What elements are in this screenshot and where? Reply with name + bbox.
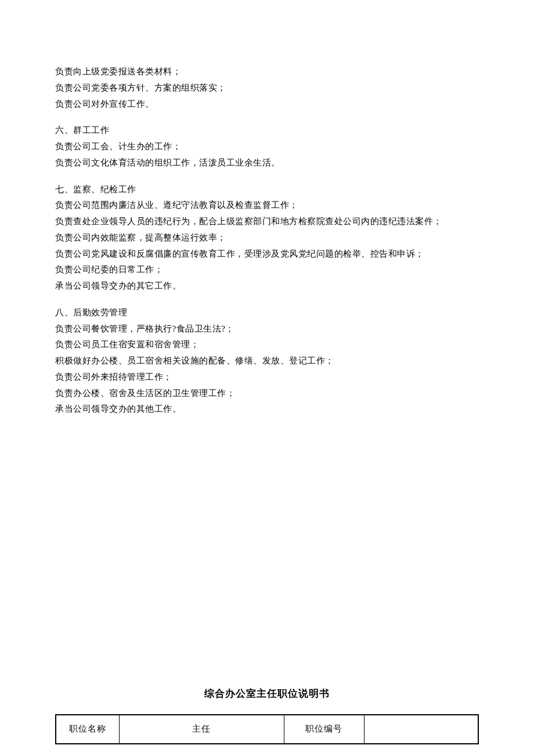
- text-line: 承当公司领导交办的其它工作。: [55, 278, 479, 294]
- job-table: 职位名称 主任 职位编号: [55, 714, 479, 744]
- intro-block: 负责向上级党委报送各类材料； 负责公司党委各项方针、方案的组织落实； 负责公司对…: [55, 64, 479, 112]
- section-title: 六、群工工作: [55, 123, 479, 139]
- cell-position-code-value: [364, 715, 478, 744]
- text-line: 积极做好办公楼、员工宿舍相关设施的配备、修缮、发放、登记工作；: [55, 353, 479, 369]
- section-title: 七、监察、纪检工作: [55, 182, 479, 198]
- text-line: 负责公司外来招待管理工作；: [55, 369, 479, 386]
- section-6: 六、群工工作 负责公司工会、计生办的工作； 负责公司文化体育活动的组织工作，活泼…: [55, 123, 479, 171]
- text-line: 负责向上级党委报送各类材料；: [55, 64, 479, 80]
- section-8: 八、后勤效劳管理 负责公司餐饮管理，严格执行?食品卫生法?； 负责公司员工住宿安…: [55, 305, 479, 417]
- text-line: 负责公司党风建设和反腐倡廉的宣传教育工作，受理涉及党风党纪问题的检举、控告和申诉…: [55, 246, 479, 262]
- text-line: 负责公司文化体育活动的组织工作，活泼员工业余生活。: [55, 155, 479, 171]
- text-line: 负责公司对外宣传工作。: [55, 96, 479, 113]
- section-7: 七、监察、纪检工作 负责公司范围内廉洁从业、遵纪守法教育以及检查监督工作； 负责…: [55, 182, 479, 294]
- cell-position-code-label: 职位编号: [284, 715, 364, 744]
- text-line: 负责查处企业领导人员的违纪行为，配合上级监察部门和地方检察院查处公司内的违纪违法…: [55, 214, 479, 230]
- text-line: 负责公司纪委的日常工作；: [55, 262, 479, 278]
- text-line: 承当公司领导交办的其他工作。: [55, 401, 479, 417]
- text-line: 负责公司员工住宿安置和宿舍管理；: [55, 337, 479, 353]
- text-line: 负责办公楼、宿舍及生活区的卫生管理工作；: [55, 386, 479, 402]
- cell-position-name-value: 主任: [119, 715, 284, 744]
- text-line: 负责公司党委各项方针、方案的组织落实；: [55, 80, 479, 96]
- table-row: 职位名称 主任 职位编号: [56, 715, 478, 744]
- text-line: 负责公司范围内廉洁从业、遵纪守法教育以及检查监督工作；: [55, 197, 479, 214]
- section-title: 八、后勤效劳管理: [55, 305, 479, 321]
- text-line: 负责公司内效能监察，提高整体运行效率；: [55, 230, 479, 246]
- cell-position-name-label: 职位名称: [56, 715, 119, 744]
- text-line: 负责公司餐饮管理，严格执行?食品卫生法?；: [55, 321, 479, 337]
- text-line: 负责公司工会、计生办的工作；: [55, 139, 479, 155]
- table-title: 综合办公室主任职位说明书: [55, 685, 479, 703]
